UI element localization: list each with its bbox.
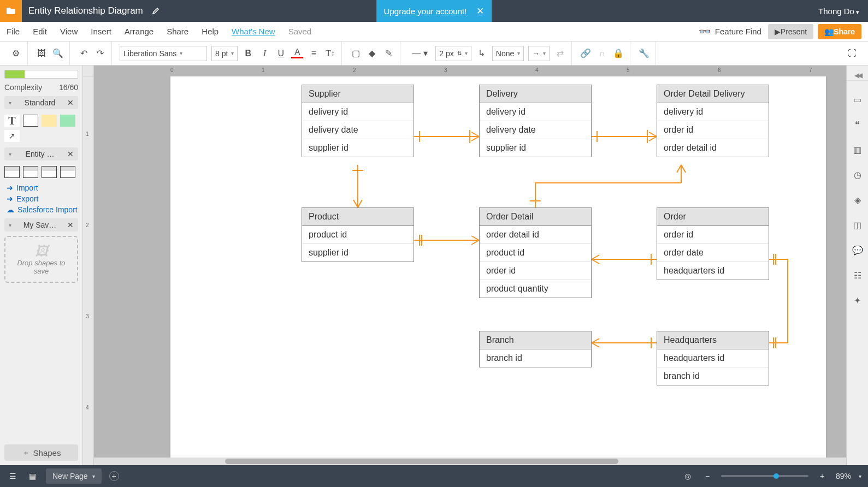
insert-image-icon[interactable]: 🖼	[36, 47, 48, 60]
zoom-value[interactable]: 89%	[836, 472, 851, 480]
search-icon[interactable]: 🔍	[52, 47, 64, 60]
zoom-slider[interactable]	[721, 475, 808, 477]
shape-text[interactable]: T	[4, 115, 20, 127]
drop-zone[interactable]: 🖼 Drop shapes to save	[4, 236, 78, 283]
menu-share[interactable]: Share	[160, 27, 195, 36]
shape-note[interactable]	[42, 115, 57, 127]
shape-entity-3[interactable]	[42, 166, 57, 178]
menu-help[interactable]: Help	[195, 27, 225, 36]
entity-attribute[interactable]: supplier id	[480, 139, 591, 157]
history-icon[interactable]: ◷	[851, 168, 864, 181]
entity-header[interactable]: Order Detail Delivery	[657, 85, 769, 103]
entity-order-detail-delivery[interactable]: Order Detail Deliverydelivery idorder id…	[657, 85, 769, 157]
bold-icon[interactable]: B	[242, 47, 254, 60]
entity-attribute[interactable]: supplier id	[302, 244, 414, 262]
entity-header[interactable]: Headquarters	[657, 331, 769, 349]
page-tab[interactable]: New Page	[46, 468, 102, 484]
zoom-in-icon[interactable]: +	[816, 470, 828, 482]
shape-hotspot[interactable]	[60, 115, 75, 127]
presentation-icon[interactable]: ▥	[851, 143, 864, 156]
rename-icon[interactable]	[150, 5, 162, 17]
entity-supplier[interactable]: Supplierdelivery iddelivery datesupplier…	[302, 85, 414, 157]
entity-attribute[interactable]: branch id	[480, 349, 591, 367]
shape-entity-1[interactable]	[4, 166, 20, 178]
entity-attribute[interactable]: product quantity	[480, 280, 591, 298]
entity-header[interactable]: Delivery	[480, 85, 591, 103]
section-my-saved[interactable]: My Sav…✕	[4, 218, 78, 231]
arrow-start-select[interactable]: None	[492, 46, 524, 61]
entity-attribute[interactable]: branch id	[657, 367, 769, 385]
menu-view[interactable]: View	[54, 27, 84, 36]
entity-attribute[interactable]: order id	[657, 121, 769, 139]
text-size-icon[interactable]: T↕	[324, 47, 336, 60]
undo-icon[interactable]: ↶	[78, 47, 90, 60]
fill-color-icon[interactable]: ◆	[366, 47, 378, 60]
section-standard[interactable]: Standard✕	[4, 96, 78, 109]
menu-edit[interactable]: Edit	[26, 27, 54, 36]
lock-icon[interactable]: 🔒	[612, 47, 624, 60]
shape-entity-4[interactable]	[60, 166, 75, 178]
entity-attribute[interactable]: product id	[302, 226, 414, 244]
section-entity[interactable]: Entity …✕	[4, 147, 78, 161]
entity-order-detail[interactable]: Order Detailorder detail idproduct idord…	[479, 207, 592, 298]
export-link[interactable]: ➜Export	[7, 194, 78, 203]
line-style-icon[interactable]: — ▾	[408, 47, 431, 60]
feature-find[interactable]: 👓 Feature Find	[699, 26, 761, 38]
spark-icon[interactable]: ✦	[851, 294, 864, 307]
redo-icon[interactable]: ↷	[94, 47, 106, 60]
entity-headquarters[interactable]: Headquartersheadquarters idbranch id	[657, 331, 769, 385]
menu-insert[interactable]: Insert	[84, 27, 118, 36]
entity-attribute[interactable]: delivery date	[302, 121, 414, 139]
fullscreen-icon[interactable]: ⛶	[846, 47, 858, 60]
line-routing-icon[interactable]: ↳	[476, 47, 488, 60]
data-icon[interactable]: ☷	[851, 269, 864, 282]
entity-product[interactable]: Productproduct idsupplier id	[302, 207, 414, 262]
present-button[interactable]: ▶ Present	[768, 24, 813, 39]
upgrade-link[interactable]: Upgrade your account!	[384, 7, 467, 16]
folder-icon[interactable]	[0, 0, 22, 22]
settings-gear-icon[interactable]: ⚙	[10, 47, 22, 60]
entity-attribute[interactable]: order id	[657, 226, 769, 244]
font-family-select[interactable]: Liberation Sans	[120, 46, 207, 61]
menu-file[interactable]: File	[0, 27, 26, 36]
import-link[interactable]: ➜Import	[7, 183, 78, 192]
close-icon[interactable]: ✕	[67, 98, 74, 107]
entity-attribute[interactable]: order date	[657, 244, 769, 262]
link-icon[interactable]: 🔗	[580, 47, 592, 60]
salesforce-import-link[interactable]: ☁Salesforce Import	[7, 205, 78, 214]
swap-ends-icon[interactable]: ⇄	[554, 47, 566, 60]
underline-icon[interactable]: U	[275, 47, 287, 60]
close-icon[interactable]: ✕	[67, 150, 74, 158]
entity-attribute[interactable]: delivery id	[657, 103, 769, 121]
entity-attribute[interactable]: product id	[480, 244, 591, 262]
shape-rect[interactable]	[23, 115, 38, 127]
upgrade-close-icon[interactable]: ✕	[476, 5, 484, 17]
shape-line[interactable]: ↗	[4, 130, 20, 142]
master-page-icon[interactable]: ◫	[851, 218, 864, 231]
share-button[interactable]: 👥 Share	[818, 24, 861, 39]
target-icon[interactable]: ◎	[682, 470, 694, 482]
magnet-icon[interactable]: ∩	[596, 47, 608, 60]
comment-icon[interactable]: ❝	[851, 118, 864, 131]
wrench-icon[interactable]: 🔧	[638, 47, 650, 60]
line-color-icon[interactable]: ✎	[382, 47, 394, 60]
entity-attribute[interactable]: headquarters id	[657, 262, 769, 280]
entity-delivery[interactable]: Deliverydelivery iddelivery datesupplier…	[479, 85, 592, 157]
user-menu[interactable]: Thong Do	[818, 7, 859, 16]
entity-attribute[interactable]: order detail id	[480, 226, 591, 244]
menu-whats-new[interactable]: What's New	[225, 27, 282, 36]
canvas-viewport[interactable]: Supplierdelivery iddelivery datesupplier…	[94, 76, 846, 465]
collapse-rail-icon[interactable]: ◀◀	[847, 70, 868, 81]
page-icon[interactable]: ▭	[851, 93, 864, 106]
text-color-icon[interactable]: A	[291, 49, 303, 58]
zoom-out-icon[interactable]: −	[701, 470, 713, 482]
entity-header[interactable]: Branch	[480, 331, 591, 349]
entity-header[interactable]: Order	[657, 208, 769, 226]
entity-header[interactable]: Product	[302, 208, 414, 226]
entity-attribute[interactable]: order id	[480, 262, 591, 280]
shape-border-icon[interactable]: ▢	[350, 47, 362, 60]
arrow-end-select[interactable]: →	[528, 46, 550, 61]
page[interactable]: Supplierdelivery iddelivery datesupplier…	[170, 76, 826, 465]
shape-entity-2[interactable]	[23, 166, 38, 178]
scrollbar-horizontal[interactable]	[94, 458, 846, 465]
